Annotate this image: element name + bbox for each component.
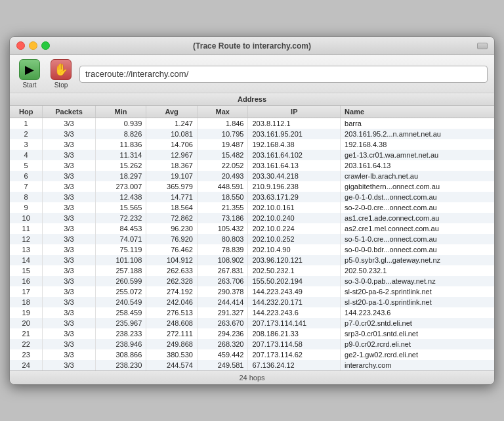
cell-min: 238.946 [95, 339, 146, 349]
col-header-packets: Packets [43, 106, 95, 118]
cell-packets: 3/3 [43, 192, 95, 202]
resize-icon [477, 43, 488, 49]
cell-avg: 249.868 [146, 339, 198, 349]
cell-ip: 208.186.21.33 [248, 328, 341, 339]
col-header-name: Name [341, 106, 494, 118]
cell-avg: 14.706 [146, 139, 198, 150]
cell-name: p7-0.cr02.sntd.eli.net [341, 318, 494, 328]
url-input[interactable] [79, 66, 488, 83]
cell-hop: 16 [10, 276, 43, 286]
cell-name: ge1-13.cr01.wa.amnet.net.au [341, 150, 494, 160]
cell-min: 12.438 [95, 192, 146, 202]
cell-packets: 3/3 [43, 150, 95, 160]
col-header-hop: Hop [10, 106, 43, 118]
cell-name: sl-st20-pa-6-2.sprintlink.net [341, 286, 494, 297]
cell-packets: 3/3 [43, 244, 95, 255]
table-row: 24 3/3 238.230 244.574 249.581 67.136.24… [10, 360, 494, 370]
cell-name: gigabitethern...onnect.com.au [341, 181, 494, 192]
cell-hop: 10 [10, 213, 43, 223]
trace-table-container[interactable]: Hop Packets Min Avg Max IP Name 1 3/3 0.… [10, 106, 494, 370]
cell-ip: 203.161.95.201 [248, 129, 341, 139]
minimize-button[interactable] [29, 41, 37, 50]
start-button[interactable]: ▶ Start [16, 59, 43, 89]
cell-hop: 1 [10, 118, 43, 129]
cell-min: 101.108 [95, 255, 146, 265]
cell-ip: 202.10.0.240 [248, 213, 341, 223]
cell-ip: 202.10.0.252 [248, 234, 341, 244]
cell-ip: 144.232.20.171 [248, 297, 341, 307]
col-header-min: Min [95, 106, 146, 118]
table-row: 14 3/3 101.108 104.912 108.902 203.96.12… [10, 255, 494, 265]
cell-hop: 24 [10, 360, 43, 370]
cell-ip: 203.161.64.102 [248, 150, 341, 160]
cell-packets: 3/3 [43, 328, 95, 339]
cell-avg: 1.247 [146, 118, 198, 129]
cell-max: 78.839 [197, 244, 248, 255]
cell-hop: 5 [10, 160, 43, 171]
cell-ip: 203.161.64.13 [248, 160, 341, 171]
cell-avg: 274.192 [146, 286, 198, 297]
cell-name: ge2-1.gw02.rcrd.eli.net [341, 349, 494, 360]
cell-max: 268.320 [197, 339, 248, 349]
cell-ip: 67.136.24.12 [248, 360, 341, 370]
cell-packets: 3/3 [43, 307, 95, 318]
cell-hop: 14 [10, 255, 43, 265]
start-icon: ▶ [19, 59, 40, 80]
cell-max: 267.831 [197, 265, 248, 276]
table-row: 5 3/3 15.262 18.367 22.052 203.161.64.13… [10, 160, 494, 171]
cell-max: 22.052 [197, 160, 248, 171]
toolbar: ▶ Start ✋ Stop [10, 55, 494, 93]
cell-min: 0.939 [95, 118, 146, 129]
table-row: 2 3/3 8.826 10.081 10.795 203.161.95.201… [10, 129, 494, 139]
table-row: 13 3/3 75.119 76.462 78.839 202.10.4.90 … [10, 244, 494, 255]
cell-min: 15.262 [95, 160, 146, 171]
cell-min: 240.549 [95, 297, 146, 307]
cell-avg: 104.912 [146, 255, 198, 265]
cell-packets: 3/3 [43, 160, 95, 171]
cell-max: 294.236 [197, 328, 248, 339]
cell-max: 10.795 [197, 129, 248, 139]
cell-hop: 7 [10, 181, 43, 192]
cell-packets: 3/3 [43, 139, 95, 150]
trace-table: Hop Packets Min Avg Max IP Name 1 3/3 0.… [10, 106, 494, 370]
cell-min: 258.459 [95, 307, 146, 318]
cell-name: ge-0-1-0.dst...onnect.com.au [341, 192, 494, 202]
close-button[interactable] [16, 41, 25, 50]
cell-max: 105.432 [197, 223, 248, 234]
cell-ip: 202.10.0.161 [248, 202, 341, 213]
cell-avg: 19.107 [146, 171, 198, 181]
cell-min: 74.071 [95, 234, 146, 244]
status-bar: 24 hops [10, 370, 494, 384]
cell-min: 75.119 [95, 244, 146, 255]
cell-avg: 76.920 [146, 234, 198, 244]
cell-avg: 248.608 [146, 318, 198, 328]
maximize-button[interactable] [41, 41, 50, 50]
cell-ip: 203.30.44.218 [248, 171, 341, 181]
cell-packets: 3/3 [43, 360, 95, 370]
cell-hop: 20 [10, 318, 43, 328]
table-row: 22 3/3 238.946 249.868 268.320 207.173.1… [10, 339, 494, 349]
window-resize-control[interactable] [477, 43, 488, 49]
traffic-lights [16, 41, 50, 50]
cell-hop: 12 [10, 234, 43, 244]
cell-name: as2.cre1.mel.connect.com.au [341, 223, 494, 234]
cell-hop: 9 [10, 202, 43, 213]
table-row: 6 3/3 18.297 19.107 20.493 203.30.44.218… [10, 171, 494, 181]
cell-packets: 3/3 [43, 118, 95, 129]
window-title: (Trace Route to interarchy.com) [193, 41, 311, 51]
stop-button[interactable]: ✋ Stop [48, 59, 74, 89]
table-row: 21 3/3 238.233 272.111 294.236 208.186.2… [10, 328, 494, 339]
cell-name: srp3-0.cr01.sntd.eli.net [341, 328, 494, 339]
cell-min: 257.188 [95, 265, 146, 276]
table-row: 7 3/3 273.007 365.979 448.591 210.9.196.… [10, 181, 494, 192]
cell-ip: 155.50.202.194 [248, 276, 341, 286]
cell-ip: 192.168.4.38 [248, 139, 341, 150]
cell-max: 19.487 [197, 139, 248, 150]
cell-packets: 3/3 [43, 234, 95, 244]
cell-avg: 276.513 [146, 307, 198, 318]
cell-min: 11.314 [95, 150, 146, 160]
cell-avg: 96.230 [146, 223, 198, 234]
address-label: Address [238, 95, 266, 103]
cell-ip: 202.50.232.1 [248, 265, 341, 276]
cell-avg: 380.530 [146, 349, 198, 360]
